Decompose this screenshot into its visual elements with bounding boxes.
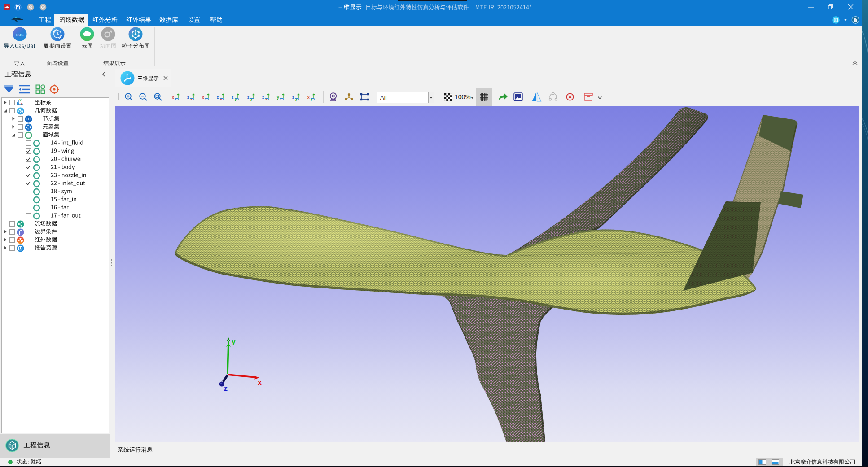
svg-text:x: x <box>258 379 262 386</box>
svg-text:cas: cas <box>16 31 24 38</box>
svg-text:z: z <box>187 95 189 100</box>
svg-text:z: z <box>217 95 219 100</box>
svg-text:z: z <box>247 95 249 100</box>
svg-text:z: z <box>232 95 233 100</box>
svg-text:y: y <box>232 338 236 345</box>
svg-text:Y: Y <box>19 99 22 102</box>
svg-text:z: z <box>224 384 228 392</box>
svg-text:z: z <box>292 95 294 100</box>
svg-text:x: x <box>172 95 174 100</box>
svg-text:y: y <box>277 95 279 100</box>
svg-text:x: x <box>21 102 23 105</box>
svg-text:x: x <box>202 95 204 100</box>
svg-text:z: z <box>262 95 264 100</box>
svg-text:x: x <box>307 95 310 100</box>
